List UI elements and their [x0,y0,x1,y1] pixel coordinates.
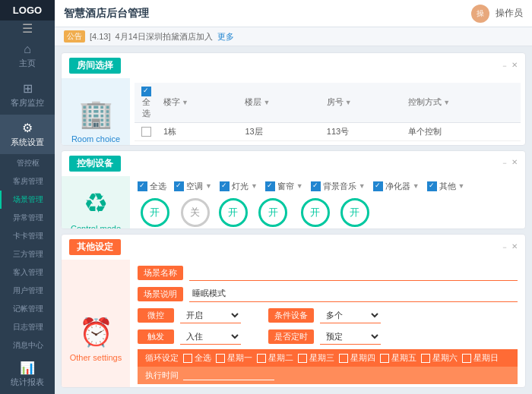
select-all-checkbox[interactable] [141,87,151,96]
room-choice-body: 🏢 Room choice 全选 [62,78,525,146]
ctrl-curtain-dropdown[interactable]: ▼ [296,182,303,190]
sidebar-sub-scene-mgmt[interactable]: 场景管理 [0,191,55,209]
exec-time-input[interactable] [183,370,274,380]
ctrl-light-dropdown[interactable]: ▼ [251,182,258,190]
ctrl-ac-check[interactable]: 空调 ▼ [174,181,212,192]
device-light[interactable]: 关 灯光关闭 [180,198,211,230]
sidebar-sub-help-center[interactable]: 消息中心 [0,336,55,355]
cycle-mon-label: 星期一 [227,352,252,364]
row2-checkbox[interactable] [141,145,151,146]
cycle-wed-label: 星期三 [309,352,334,364]
control-dropdown-icon[interactable]: ▼ [443,99,450,106]
floor-dropdown-icon[interactable]: ▼ [263,99,270,106]
announcement-bar: 公告 [4.13] 4月14日深圳拍黛酒店加入 更多 [55,27,532,46]
row2-building: 1栋 [157,140,239,146]
scene-desc-input[interactable] [189,285,518,302]
cycle-tue[interactable]: 星期二 [257,352,293,364]
ctrl-ac-label: 空调 [186,181,203,192]
ctrl-all-checkbox[interactable] [138,181,147,191]
micro-label: 微控 [138,308,174,323]
scene-name-input[interactable] [189,264,518,281]
ctrl-minus-icon[interactable]: － [501,158,508,169]
ctrl-music-check[interactable]: 背景音乐 ▼ [311,181,366,192]
announce-tag: 公告 [64,30,85,43]
cycle-all-checkbox[interactable] [183,354,192,363]
announce-text: 4月14日深圳拍黛酒店加入 [116,31,213,43]
sidebar-sub-exception-mgmt[interactable]: 异常管理 [0,209,55,227]
exec-row: 执行时间 [138,367,518,384]
sidebar-sub-room-mgmt[interactable]: 客房管理 [0,172,55,191]
micro-select[interactable]: 开启 关闭 [180,307,241,323]
cycle-wed-checkbox[interactable] [298,354,307,363]
ctrl-light-check[interactable]: 灯光 ▼ [220,181,258,192]
device-music[interactable]: 开 播放2小时 [256,198,291,230]
row1-checkbox[interactable] [141,127,151,137]
ctrl-music-checkbox[interactable] [311,181,321,191]
cycle-wed[interactable]: 星期三 [298,352,334,364]
building-dropdown-icon[interactable]: ▼ [182,99,188,106]
room-dropdown-icon[interactable]: ▼ [345,99,352,106]
device-curtain[interactable]: 开 窗帘开启 [218,198,249,230]
sidebar-sub-third-party[interactable]: 三方管理 [0,245,55,263]
condition-select[interactable]: 多个 单个 [320,307,381,323]
ctrl-close-icon[interactable]: ✕ [511,158,518,169]
ctrl-other-check[interactable]: 其他 ▼ [427,181,465,192]
cycle-sat[interactable]: 星期六 [421,352,458,364]
ctrl-purifier-checkbox[interactable] [373,181,383,191]
sidebar-sub-log-mgmt[interactable]: 日志管理 [0,318,55,336]
ctrl-devices: 开 冷空1小时 关 灯光关闭 开 窗帘开启 开 [138,198,518,230]
cycle-tue-checkbox[interactable] [257,354,266,363]
announce-more[interactable]: 更多 [217,31,234,43]
cycle-mon-checkbox[interactable] [216,354,225,363]
cycle-sat-checkbox[interactable] [421,354,430,363]
device-ac[interactable]: 开 冷空1小时 [138,198,173,230]
cycle-mon[interactable]: 星期一 [216,352,252,364]
sidebar-sub-card-mgmt[interactable]: 卡卡管理 [0,227,55,245]
ctrl-curtain-check[interactable]: 窗帘 ▼ [265,181,303,192]
menu-icon[interactable]: ☰ [0,20,55,36]
cycle-all-check[interactable]: 全选 [183,352,211,364]
ctrl-purifier-check[interactable]: 净化器 ▼ [373,181,420,192]
close-icon[interactable]: ✕ [511,61,518,71]
app-title: 智慧酒店后台管理 [64,7,149,20]
exec-label: 执行时间 [145,370,179,381]
cycle-sun-checkbox[interactable] [462,354,471,363]
other-minus-icon[interactable]: － [501,242,508,253]
ctrl-icon-label: Control mode [71,224,121,229]
cycle-thu[interactable]: 星期四 [339,352,375,364]
ctrl-other-dropdown[interactable]: ▼ [458,182,465,190]
cycle-thu-label: 星期四 [350,352,375,364]
sidebar-sub-user-mgmt[interactable]: 用户管理 [0,282,55,300]
ctrl-curtain-checkbox[interactable] [265,181,275,191]
monitor-icon: ⊞ [23,81,33,96]
sidebar-item-system-settings[interactable]: ⚙ 系统设置 [0,115,55,154]
device-purifier[interactable]: 开 运行1小时 [298,198,333,230]
micro-row: 微控 开启 关闭 条件设备 多个 单个 [138,307,518,323]
sidebar-item-main[interactable]: ⌂ 主页 [0,36,55,75]
sidebar-item-room-monitor[interactable]: ⊞ 客房监控 [0,75,55,115]
scheduled-select[interactable]: 预定 否 [320,328,381,345]
ctrl-ac-dropdown[interactable]: ▼ [205,182,212,190]
ctrl-all-check[interactable]: 全选 [138,181,166,192]
th-all-label: 全选 [142,97,150,118]
sidebar-sub-control-panel[interactable]: 管控枢 [0,154,55,172]
ctrl-music-dropdown[interactable]: ▼ [359,182,366,190]
ctrl-other-checkbox[interactable] [427,181,437,191]
sidebar-item-stats[interactable]: 📊 统计报表 [0,355,55,394]
other-close-icon[interactable]: ✕ [511,242,518,253]
cycle-fri[interactable]: 星期五 [380,352,416,364]
sidebar-sub-auth-mgmt[interactable]: 记帐管理 [0,300,55,318]
cycle-sun[interactable]: 星期日 [462,352,499,364]
cycle-fri-checkbox[interactable] [380,354,389,363]
room-choice-header: 房间选择 － ✕ [62,53,525,78]
minus-icon[interactable]: － [501,61,508,71]
ctrl-ac-checkbox[interactable] [174,181,184,191]
cycle-thu-checkbox[interactable] [339,354,348,363]
ctrl-purifier-dropdown[interactable]: ▼ [413,182,420,190]
device-other[interactable]: 开 其他 [340,198,369,230]
trigger-row: 触发 入住 离店 是否定时 预定 否 [138,328,518,345]
trigger-select[interactable]: 入住 离店 [180,328,241,345]
sidebar-sub-checkin-mgmt[interactable]: 客入管理 [0,263,55,282]
ctrl-light-checkbox[interactable] [220,181,230,191]
scene-desc-label: 场景说明 [138,287,183,301]
